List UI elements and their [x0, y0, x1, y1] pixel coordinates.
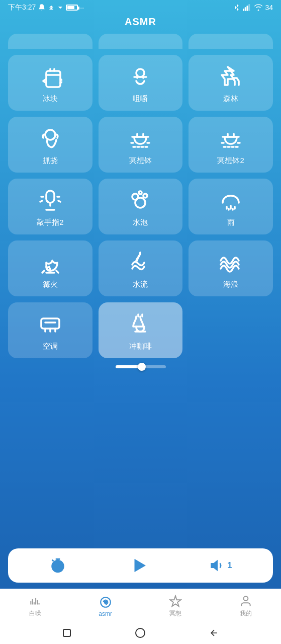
- partial-item-2: [99, 34, 183, 49]
- scroll-area: 冰块咀嚼森林抓挠冥想钵冥想钵2敲手指2水泡雨篝火水流海浪 空调冲咖啡: [0, 34, 281, 548]
- bowl2-icon: [218, 126, 244, 152]
- chew-icon: [127, 64, 153, 90]
- svg-rect-9: [46, 191, 54, 203]
- volume-count: 1: [227, 561, 232, 570]
- bluetooth-icon: [233, 4, 241, 12]
- card-chew[interactable]: 咀嚼: [99, 55, 183, 111]
- svg-point-6: [45, 130, 55, 140]
- empty-cell: [189, 302, 273, 358]
- card-bowl1[interactable]: 冥想钵: [99, 117, 183, 173]
- sound-grid: 冰块咀嚼森林抓挠冥想钵冥想钵2敲手指2水泡雨篝火水流海浪: [8, 55, 273, 296]
- arrow-down-icon: [57, 4, 64, 11]
- stream-icon: [127, 250, 153, 276]
- card-wave[interactable]: 海浪: [189, 240, 273, 296]
- card-ac[interactable]: 空调: [8, 302, 92, 358]
- bowl1-icon: [127, 126, 153, 152]
- battery-icon: [66, 5, 78, 11]
- asmr-label: asmr: [99, 610, 112, 617]
- back-button[interactable]: [208, 627, 220, 639]
- ice-icon: [37, 64, 63, 90]
- nav-item-mine[interactable]: 我的: [228, 593, 263, 620]
- svg-rect-2: [247, 6, 248, 11]
- slider-thumb[interactable]: [138, 363, 146, 371]
- player-bar: 1: [8, 548, 273, 583]
- card-label-ice: 冰块: [43, 94, 58, 104]
- nav-item-meditate[interactable]: 冥想: [158, 593, 193, 620]
- svg-rect-0: [243, 9, 244, 11]
- svg-rect-3: [249, 4, 250, 11]
- card-bubble[interactable]: 水泡: [99, 179, 183, 234]
- card-ice[interactable]: 冰块: [8, 55, 92, 111]
- volume-button[interactable]: 1: [210, 558, 232, 573]
- nav-item-asmr[interactable]: asmr: [88, 594, 123, 619]
- partial-row: [8, 34, 273, 49]
- tap2-icon: [37, 188, 63, 214]
- card-coffee[interactable]: 冲咖啡: [99, 302, 183, 358]
- status-left: 下午3:27 ··: [8, 3, 84, 12]
- card-label-campfire: 篝火: [43, 280, 58, 289]
- slider-container[interactable]: [8, 365, 273, 368]
- rain-icon: [218, 188, 244, 214]
- card-label-coffee: 冲咖啡: [129, 342, 152, 351]
- card-stream[interactable]: 水流: [99, 240, 183, 296]
- mine-label: 我的: [240, 609, 252, 618]
- svg-point-26: [244, 596, 248, 601]
- timer-icon: [49, 557, 66, 574]
- circle-button[interactable]: [134, 627, 146, 639]
- campfire-icon: [37, 250, 63, 276]
- page-title: ASMR: [0, 14, 281, 34]
- notification-icon: [38, 4, 46, 12]
- battery-percent: 34: [265, 4, 273, 12]
- volume-icon: [210, 558, 225, 573]
- wifi-icon: [254, 4, 263, 11]
- card-label-stream: 水流: [133, 280, 148, 289]
- card-campfire[interactable]: 篝火: [8, 240, 92, 296]
- svg-rect-14: [41, 318, 59, 329]
- status-bar: 下午3:27 ·· 34: [0, 0, 281, 14]
- card-bowl2[interactable]: 冥想钵2: [189, 117, 273, 173]
- svg-point-28: [136, 628, 145, 637]
- card-label-ac: 空调: [43, 342, 58, 351]
- card-label-bubble: 水泡: [133, 218, 148, 227]
- card-label-rain: 雨: [227, 218, 235, 227]
- svg-rect-1: [245, 7, 246, 11]
- stop-icon: [62, 628, 72, 638]
- timer-button[interactable]: [49, 557, 66, 574]
- coffee-icon: [127, 311, 153, 338]
- scratch-icon: [37, 126, 63, 152]
- card-forest[interactable]: 森林: [189, 55, 273, 111]
- slider-track[interactable]: [116, 365, 166, 368]
- card-label-scratch: 抓挠: [43, 156, 58, 166]
- svg-point-13: [139, 191, 142, 194]
- card-label-bowl2: 冥想钵2: [217, 156, 244, 166]
- time-display: 下午3:27: [8, 3, 36, 12]
- ac-icon: [37, 311, 63, 338]
- card-rain[interactable]: 雨: [189, 179, 273, 234]
- card-scratch[interactable]: 抓挠: [8, 117, 92, 173]
- play-button[interactable]: [128, 555, 148, 576]
- bottom-nav: 白噪 asmr 冥想 我的: [0, 589, 281, 622]
- meditate-icon: [169, 595, 182, 608]
- whitenoise-label: 白噪: [29, 609, 41, 618]
- home-button[interactable]: [61, 627, 73, 639]
- circle-icon: [134, 627, 146, 639]
- arrow-icon: [48, 4, 55, 11]
- bottom-row: 空调冲咖啡: [8, 302, 273, 358]
- asmr-icon: [99, 596, 112, 609]
- nav-item-whitenoise[interactable]: 白噪: [18, 593, 53, 620]
- card-tap2[interactable]: 敲手指2: [8, 179, 92, 234]
- status-right: 34: [233, 4, 273, 12]
- svg-point-5: [136, 69, 144, 77]
- forest-icon: [218, 64, 244, 90]
- system-nav: [0, 622, 281, 644]
- back-icon: [209, 628, 219, 638]
- svg-rect-4: [46, 71, 60, 87]
- signal-icon: [243, 4, 252, 11]
- mine-icon: [239, 595, 252, 608]
- wave-icon: [218, 250, 244, 276]
- svg-point-12: [143, 194, 147, 198]
- whitenoise-icon: [29, 595, 42, 608]
- card-label-bowl1: 冥想钵: [129, 156, 152, 166]
- card-label-wave: 海浪: [223, 280, 238, 289]
- svg-line-16: [52, 560, 53, 561]
